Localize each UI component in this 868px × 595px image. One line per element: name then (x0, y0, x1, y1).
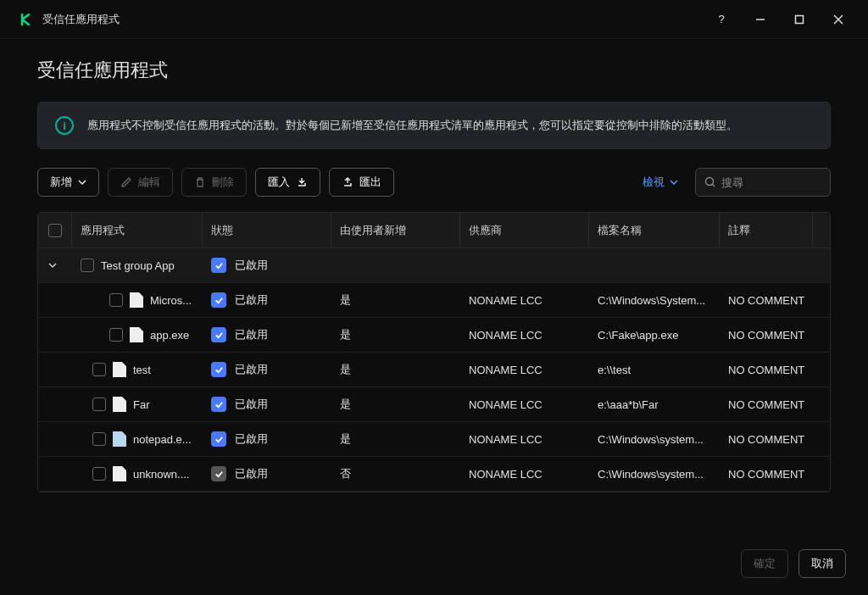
import-button[interactable]: 匯入 (255, 168, 320, 197)
row-checkbox[interactable] (109, 328, 123, 342)
status-toggle[interactable] (211, 258, 226, 273)
file-icon (130, 292, 143, 308)
status-text: 已啟用 (235, 327, 268, 342)
status-toggle[interactable] (211, 397, 226, 412)
row-checkbox[interactable] (81, 259, 94, 272)
filename: e:\\test (589, 364, 720, 376)
vendor: NONAME LCC (460, 329, 589, 342)
filename: e:\aaa*b\Far (589, 398, 720, 411)
row-checkbox[interactable] (92, 432, 106, 446)
group-name: Test group App (101, 259, 175, 272)
table-row[interactable]: Far 已啟用 是 NONAME LCC e:\aaa*b\Far NO COM… (38, 387, 830, 422)
comment: NO COMMENT (720, 398, 830, 411)
toolbar: 新增 編輯 刪除 匯入 匯出 檢視 (37, 168, 831, 197)
user-added: 是 (331, 327, 460, 342)
status-text: 已啟用 (235, 466, 268, 481)
table-row[interactable]: app.exe 已啟用 是 NONAME LCC C:\Fake\app.exe… (38, 318, 830, 353)
window-title: 受信任應用程式 (42, 12, 702, 27)
col-user-added[interactable]: 由使用者新增 (331, 213, 460, 247)
select-all-checkbox[interactable] (48, 224, 62, 237)
import-icon (296, 176, 308, 188)
status-toggle[interactable] (211, 362, 226, 377)
view-dropdown[interactable]: 檢視 (643, 175, 678, 190)
export-icon (342, 176, 353, 188)
col-vendor[interactable]: 供應商 (460, 213, 589, 247)
close-button[interactable] (819, 0, 858, 39)
header-check[interactable] (38, 213, 72, 247)
app-logo-icon (19, 12, 34, 27)
table-row[interactable]: test 已啟用 是 NONAME LCC e:\\test NO COMMEN… (38, 353, 830, 387)
row-checkbox[interactable] (109, 293, 123, 307)
status-text: 已啟用 (235, 292, 268, 308)
chevron-down-icon (670, 178, 678, 186)
col-app[interactable]: 應用程式 (72, 213, 203, 247)
table-row[interactable]: unknown.... 已啟用 否 NONAME LCC C:\Windows\… (38, 457, 830, 492)
view-label: 檢視 (643, 175, 665, 190)
pencil-icon (120, 176, 132, 188)
row-checkbox[interactable] (92, 363, 106, 376)
search-box[interactable] (695, 168, 831, 197)
titlebar: 受信任應用程式 ? (0, 0, 868, 39)
comment: NO COMMENT (720, 294, 830, 307)
comment: NO COMMENT (720, 468, 830, 481)
user-added: 是 (331, 397, 460, 412)
export-button[interactable]: 匯出 (329, 168, 394, 197)
row-checkbox[interactable] (92, 467, 106, 481)
app-name: test (133, 364, 151, 376)
col-status[interactable]: 狀態 (203, 213, 331, 247)
export-label: 匯出 (359, 175, 381, 190)
app-name: Far (133, 398, 150, 411)
import-label: 匯入 (268, 175, 290, 190)
ok-button[interactable]: 確定 (741, 549, 788, 578)
col-comment[interactable]: 註釋 (720, 213, 813, 247)
file-icon (113, 362, 126, 377)
filename: C:\Fake\app.exe (589, 329, 720, 342)
status-toggle[interactable] (211, 327, 226, 342)
delete-label: 刪除 (212, 175, 234, 190)
vendor: NONAME LCC (460, 468, 589, 481)
svg-rect-1 (796, 15, 804, 23)
filename: C:\Windows\system... (589, 433, 720, 446)
edit-button: 編輯 (108, 168, 173, 197)
svg-line-5 (713, 185, 715, 188)
table-row[interactable]: notepad.e... 已啟用 是 NONAME LCC C:\Windows… (38, 422, 830, 457)
status-text: 已啟用 (235, 397, 268, 412)
comment: NO COMMENT (720, 433, 830, 446)
status-toggle[interactable] (211, 466, 226, 481)
search-input[interactable] (721, 176, 821, 189)
vendor: NONAME LCC (460, 294, 589, 307)
info-banner: i 應用程式不控制受信任應用程式的活動。對於每個已新增至受信任應用程式清單的應用… (37, 102, 831, 149)
expand-toggle[interactable] (47, 259, 58, 272)
table-row[interactable]: Micros... 已啟用 是 NONAME LCC C:\Windows\Sy… (38, 283, 830, 318)
add-button[interactable]: 新增 (37, 168, 99, 197)
status-toggle[interactable] (211, 431, 226, 447)
dialog-footer: 確定 取消 (0, 532, 868, 595)
status-text: 已啟用 (235, 258, 268, 273)
status-text: 已啟用 (235, 362, 268, 377)
vendor: NONAME LCC (460, 364, 589, 376)
delete-button: 刪除 (181, 168, 247, 197)
app-name: unknown.... (133, 468, 190, 481)
file-icon (113, 397, 126, 412)
user-added: 是 (331, 431, 460, 447)
search-icon (704, 176, 715, 188)
row-checkbox[interactable] (92, 398, 106, 411)
vendor: NONAME LCC (460, 398, 589, 411)
svg-point-4 (706, 178, 714, 186)
filename: C:\Windows\system... (589, 468, 720, 481)
help-button[interactable]: ? (702, 0, 741, 39)
edit-label: 編輯 (138, 175, 160, 190)
group-row[interactable]: Test group App 已啟用 (38, 248, 830, 283)
cancel-button[interactable]: 取消 (798, 549, 846, 578)
maximize-button[interactable] (780, 0, 819, 39)
info-icon: i (55, 116, 74, 135)
minimize-button[interactable] (741, 0, 780, 39)
col-filename[interactable]: 檔案名稱 (589, 213, 720, 247)
user-added: 否 (331, 466, 460, 481)
user-added: 是 (331, 292, 460, 308)
status-toggle[interactable] (211, 292, 226, 308)
comment: NO COMMENT (720, 329, 830, 342)
app-name: notepad.e... (133, 433, 192, 446)
file-icon (113, 466, 126, 481)
status-text: 已啟用 (235, 431, 268, 447)
